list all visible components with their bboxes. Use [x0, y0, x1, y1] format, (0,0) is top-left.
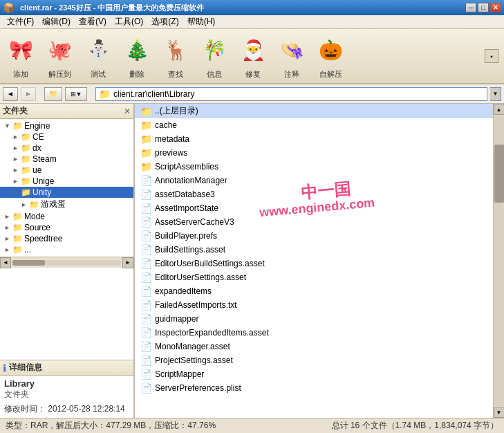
tree-label-mode: Mode	[24, 212, 45, 221]
tree-item-mode[interactable]: ► 📁 Mode	[0, 211, 133, 222]
expand-speedtree[interactable]: ►	[4, 235, 12, 242]
tree-item-dx[interactable]: ► 📁 dx	[0, 142, 133, 154]
expand-unity[interactable]: ▼	[12, 189, 21, 196]
test-button[interactable]: ⛄ 测试	[83, 33, 113, 80]
folder-icon-metadata: 📁	[140, 133, 152, 145]
comment-icon: 👒	[277, 33, 307, 68]
file-item-parent[interactable]: 📁 ..(上层目录)	[135, 104, 493, 118]
folder-icon-ce: 📁	[21, 132, 31, 142]
tree-item-ue[interactable]: ► 📁 ue	[0, 165, 133, 176]
tree-item-engine[interactable]: ▼ 📁 Engine	[0, 120, 133, 131]
file-item-inspectorexpanded[interactable]: 📄 InspectorExpandedItems.asset	[135, 326, 493, 340]
expand-more[interactable]: ►	[4, 246, 12, 253]
file-item-annotationmanager[interactable]: 📄 AnnotationManager	[135, 174, 493, 187]
file-icon-annotationmanager: 📄	[140, 175, 152, 186]
expand-source[interactable]: ►	[4, 224, 12, 231]
file-item-buildsettings[interactable]: 📄 BuildSettings.asset	[135, 243, 493, 257]
minimize-button[interactable]: ─	[465, 3, 476, 12]
file-name-assetservercachev3: AssetServerCacheV3	[155, 217, 234, 227]
status-bar: 类型：RAR，解压后大小：477.29 MB，压缩比：47.76% 总计 16 …	[0, 418, 504, 433]
extract-button[interactable]: 🐙 解压到	[44, 33, 75, 80]
expand-mode[interactable]: ►	[4, 213, 12, 220]
file-item-editoruserbuild[interactable]: 📄 EditorUserBuildSettings.asset	[135, 257, 493, 270]
expand-steam[interactable]: ►	[12, 156, 21, 163]
file-name-editoruserbuild: EditorUserBuildSettings.asset	[155, 259, 265, 268]
scroll-down-button[interactable]: ▼	[494, 407, 505, 418]
file-item-buildplayer[interactable]: 📄 BuildPlayer.prefs	[135, 229, 493, 243]
file-item-scriptassemblies[interactable]: 📁 ScriptAssemblies	[135, 160, 493, 174]
file-icon-assetimportstate: 📄	[140, 203, 152, 214]
scroll-up-button[interactable]: ▲	[494, 104, 505, 115]
file-v-scrollbar[interactable]: ▲ ▼	[493, 104, 504, 418]
file-item-guidmapper[interactable]: 📄 guidmapper	[135, 312, 493, 326]
menu-view[interactable]: 查看(V)	[75, 15, 111, 29]
path-dropdown[interactable]: ▼	[490, 87, 501, 101]
menu-tools[interactable]: 工具(O)	[111, 15, 147, 29]
sfx-button[interactable]: 🎃 自解压	[315, 33, 346, 80]
file-item-cache[interactable]: 📁 cache	[135, 118, 493, 132]
menu-options[interactable]: 选项(Z)	[147, 15, 183, 29]
expand-engine[interactable]: ▼	[4, 122, 12, 129]
file-item-editoruser[interactable]: 📄 EditorUserSettings.asset	[135, 270, 493, 284]
find-button[interactable]: 🦌 查找	[160, 33, 191, 80]
tree-item-steam[interactable]: ► 📁 Steam	[0, 154, 133, 165]
file-item-scriptmapper[interactable]: 📄 ScriptMapper	[135, 367, 493, 381]
file-name-serverprefs: ServerPreferences.plist	[155, 383, 241, 393]
extract-icon: 🐙	[44, 33, 75, 68]
menu-file[interactable]: 文件(F)	[3, 15, 38, 29]
expand-ce[interactable]: ►	[12, 133, 21, 140]
file-icon-serverprefs: 📄	[140, 383, 152, 394]
tree-item-speedtree[interactable]: ► 📁 Speedtree	[0, 233, 133, 244]
tree-scroll-left[interactable]: ◄	[0, 257, 11, 268]
file-item-metadata[interactable]: 📁 metadata	[135, 132, 493, 146]
file-name-projectsettings: ProjectSettings.asset	[155, 356, 233, 365]
file-item-previews[interactable]: 📁 previews	[135, 146, 493, 160]
expand-dx[interactable]: ►	[12, 145, 21, 151]
add-icon: 🎀	[6, 33, 36, 68]
file-icon-assetservercachev3: 📄	[140, 217, 152, 228]
close-button[interactable]: ✕	[490, 3, 501, 12]
file-icon-failedasset: 📄	[140, 300, 152, 311]
maximize-button[interactable]: □	[478, 3, 489, 12]
file-item-serverprefs[interactable]: 📄 ServerPreferences.plist	[135, 381, 493, 395]
file-item-failedasset[interactable]: 📄 FailedAssetImports.txt	[135, 298, 493, 312]
back-button[interactable]: ◄	[3, 87, 18, 101]
menu-help[interactable]: 帮助(H)	[183, 15, 220, 29]
window-title: client.rar - 2345好压 - 中国用户量最大的免费压缩软件	[17, 3, 205, 13]
file-item-assetimportstate[interactable]: 📄 AssetImportState	[135, 201, 493, 215]
expand-ue[interactable]: ►	[12, 167, 21, 174]
menu-edit[interactable]: 编辑(D)	[38, 15, 75, 29]
tree-item-source[interactable]: ► 📁 Source	[0, 222, 133, 233]
folder-button[interactable]: 📁	[44, 87, 62, 101]
tree-h-scrollbar[interactable]: ◄ ►	[0, 257, 133, 268]
title-bar-controls: ─ □ ✕	[465, 3, 501, 12]
add-button[interactable]: 🎀 添加	[6, 33, 36, 80]
comment-button[interactable]: 👒 注释	[277, 33, 307, 80]
file-item-expandeditems[interactable]: 📄 expandedItems	[135, 284, 493, 298]
status-right: 总计 16 个文件（1.74 MB，1,834,074 字节）	[332, 420, 498, 432]
tree-item-unige[interactable]: ► 📁 Unige	[0, 176, 133, 187]
delete-button[interactable]: 🎄 删除	[122, 33, 152, 80]
file-item-assetdatabase3[interactable]: 📄 assetDatabase3	[135, 187, 493, 201]
repair-button[interactable]: 🎅 修复	[238, 33, 268, 80]
expand-gameegg[interactable]: ►	[21, 201, 29, 208]
file-item-monomanager[interactable]: 📄 MonoManager.asset	[135, 340, 493, 353]
sfx-icon: 🎃	[315, 33, 346, 68]
delete-label: 删除	[129, 69, 144, 80]
tree-item-unity[interactable]: ▼ 📁 Unity	[0, 187, 133, 198]
tree-scroll-right[interactable]: ►	[122, 257, 133, 268]
file-item-assetservercachev3[interactable]: 📄 AssetServerCacheV3	[135, 215, 493, 229]
tree-item-ce[interactable]: ► 📁 CE	[0, 131, 133, 142]
file-item-projectsettings[interactable]: 📄 ProjectSettings.asset	[135, 353, 493, 367]
path-bar[interactable]: 📁 client.rar\client\Library	[95, 87, 487, 101]
view-button[interactable]: ⊞▼	[65, 87, 87, 101]
forward-button[interactable]: ►	[21, 87, 36, 101]
file-icon-editoruser: 📄	[140, 272, 152, 283]
expand-unige[interactable]: ►	[12, 178, 21, 185]
info-button[interactable]: 🎋 信息	[199, 33, 230, 80]
tree-label-unity: Unity	[32, 187, 51, 197]
tree-item-gameegg[interactable]: ► 📁 游戏蛋	[0, 198, 133, 211]
tree-item-more[interactable]: ► 📁 ...	[0, 244, 133, 255]
file-name-parent: ..(上层目录)	[155, 105, 198, 117]
panel-close-button[interactable]: ✕	[124, 107, 131, 116]
